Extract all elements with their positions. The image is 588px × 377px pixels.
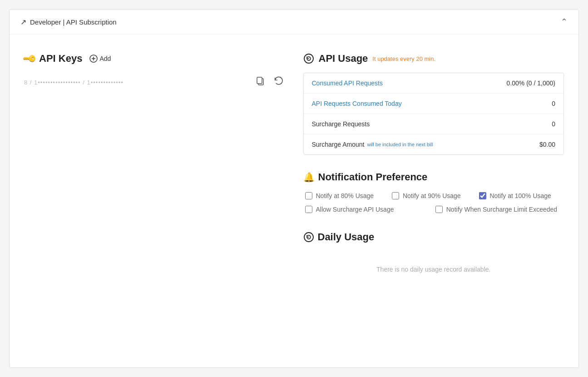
notification-heading: Notification Preference [318, 171, 428, 183]
checkbox-surcharge-limit[interactable] [435, 206, 443, 213]
api-usage-header: API Usage It updates every 20 min. [303, 53, 564, 64]
api-key-value: 8 / 1••••••••••••••••• / 1••••••••••••• [24, 79, 249, 86]
main-card: ↗ Developer | API Subscription ⌃ 🔑 API K… [9, 9, 579, 368]
collapse-button[interactable]: ⌃ [561, 17, 568, 27]
breadcrumb-area: ↗ Developer | API Subscription [20, 18, 117, 26]
surcharge-requests-label: Surcharge Requests [312, 120, 370, 128]
checkbox-100-item[interactable]: Notify at 100% Usage [479, 192, 563, 199]
notification-header: 🔔 Notification Preference [303, 171, 564, 183]
api-keys-title-row: 🔑 API Keys Add [24, 53, 285, 64]
checkbox-80-label: Notify at 80% Usage [316, 192, 374, 199]
checkbox-surcharge-item[interactable]: Allow Surcharge API Usage [305, 206, 432, 213]
notification-section: 🔔 Notification Preference Notify at 80% … [303, 171, 564, 213]
api-usage-section: API Usage It updates every 20 min. Consu… [303, 53, 564, 155]
no-daily-record: There is no daily usage record available… [303, 252, 564, 287]
checkbox-90-item[interactable]: Notify at 90% Usage [392, 192, 475, 199]
checkbox-surcharge[interactable] [305, 206, 312, 213]
update-note: It updates every 20 min. [372, 55, 435, 62]
key-icon: 🔑 [22, 51, 38, 67]
api-usage-heading: API Usage [319, 53, 368, 64]
requests-today-value: 0 [552, 100, 555, 107]
copy-key-button[interactable] [254, 76, 266, 89]
requests-today-label: API Requests Consumed Today [312, 100, 402, 107]
add-key-button[interactable]: Add [89, 55, 111, 63]
consumed-requests-label: Consumed API Requests [312, 79, 383, 87]
checkbox-surcharge-label: Allow Surcharge API Usage [316, 206, 394, 213]
bell-icon: 🔔 [303, 172, 315, 183]
checkbox-80[interactable] [305, 192, 312, 199]
refresh-key-button[interactable] [272, 75, 285, 89]
add-circle-icon [89, 55, 98, 63]
surcharge-amount-label: Surcharge Amount [312, 141, 365, 148]
trend-icon: ↗ [20, 18, 26, 26]
checkbox-surcharge-limit-item[interactable]: Notify When Surcharge Limit Exceeded [435, 206, 562, 213]
usage-row: Consumed API Requests 0.00% (0 / 1,000) [304, 73, 564, 94]
checkbox-90[interactable] [392, 192, 399, 199]
usage-row: Surcharge Amount will be included in the… [304, 134, 564, 154]
daily-usage-header: Daily Usage [303, 231, 564, 243]
checkbox-90-label: Notify at 90% Usage [403, 192, 461, 199]
checkbox-100[interactable] [479, 192, 486, 199]
checkbox-80-item[interactable]: Notify at 80% Usage [305, 192, 389, 199]
daily-usage-heading: Daily Usage [318, 231, 375, 243]
surcharge-amount-label-wrap: Surcharge Amount will be included in the… [312, 141, 433, 148]
daily-usage-section: Daily Usage There is no daily usage reco… [303, 231, 564, 287]
usage-row: Surcharge Requests 0 [304, 114, 564, 134]
breadcrumb: Developer | API Subscription [30, 18, 117, 26]
surcharge-requests-value: 0 [552, 120, 555, 128]
refresh-icon [273, 76, 283, 86]
daily-refresh-icon [303, 232, 314, 243]
api-keys-section: 🔑 API Keys Add 8 / 1••••••••••••••••• / … [24, 53, 285, 287]
checkbox-100-label: Notify at 100% Usage [490, 192, 551, 199]
usage-table: Consumed API Requests 0.00% (0 / 1,000) … [303, 73, 564, 155]
api-keys-heading: API Keys [39, 53, 82, 64]
surcharge-note: will be included in the next bill [367, 142, 433, 147]
notification-checkboxes-row1: Notify at 80% Usage Notify at 90% Usage … [303, 192, 564, 199]
consumed-requests-value: 0.00% (0 / 1,000) [507, 79, 555, 87]
svg-rect-4 [257, 77, 262, 84]
card-body: 🔑 API Keys Add 8 / 1••••••••••••••••• / … [10, 35, 578, 301]
card-header: ↗ Developer | API Subscription ⌃ [10, 10, 578, 35]
refresh-circle-icon [303, 53, 314, 64]
surcharge-amount-value: $0.00 [539, 141, 555, 148]
copy-icon [256, 77, 264, 86]
api-key-row: 8 / 1••••••••••••••••• / 1••••••••••••• [24, 75, 285, 89]
checkbox-surcharge-limit-label: Notify When Surcharge Limit Exceeded [446, 206, 557, 213]
usage-row: API Requests Consumed Today 0 [304, 94, 564, 114]
notification-checkboxes-row2: Allow Surcharge API Usage Notify When Su… [303, 206, 564, 213]
right-column: API Usage It updates every 20 min. Consu… [303, 53, 564, 287]
